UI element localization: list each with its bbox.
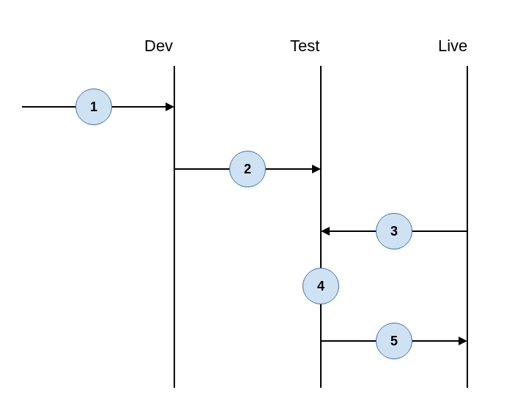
flow-diagram: Dev Test Live 1 2 3 4 5 [0, 0, 523, 420]
node-2: 2 [229, 151, 266, 187]
node-4: 4 [303, 268, 339, 304]
arrow-head-1 [166, 102, 174, 111]
arrow-head-2 [312, 165, 321, 173]
arrow-head-5 [459, 337, 467, 345]
node-label: 5 [390, 334, 398, 349]
node-5: 5 [376, 323, 412, 359]
column-label-test: Test [290, 37, 319, 56]
column-label-dev: Dev [144, 37, 173, 56]
column-label-live: Live [438, 37, 467, 56]
node-label: 1 [90, 100, 97, 115]
column-line-dev [174, 66, 175, 388]
node-label: 3 [390, 224, 398, 239]
node-1: 1 [75, 89, 112, 125]
arrow-head-3 [321, 227, 330, 236]
node-3: 3 [376, 213, 412, 250]
node-label: 2 [244, 162, 251, 177]
node-label: 4 [317, 279, 324, 294]
